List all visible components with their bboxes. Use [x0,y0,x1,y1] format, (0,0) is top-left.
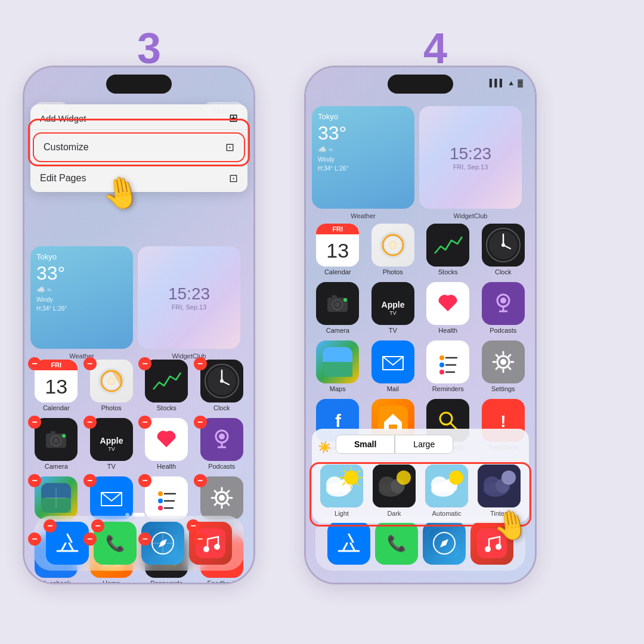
size-small-btn[interactable]: Small [336,435,395,454]
svg-point-111 [449,470,463,485]
app-calendar-4[interactable]: FRI 13 Calendar [312,224,364,275]
podcasts-label-4: Podcasts [490,327,516,334]
dock-appstore-4[interactable] [327,522,370,565]
app-stocks-4[interactable]: Stocks [422,224,474,275]
widget-option-light[interactable]: Light [320,465,363,517]
svg-point-28 [158,491,163,496]
app-health-4[interactable]: Health [422,282,474,334]
remove-dot[interactable]: − [83,416,97,429]
widget-thumb-auto [425,465,468,507]
svg-point-65 [335,302,340,308]
app-podcasts-4[interactable]: Podcasts [478,282,530,334]
svg-point-83 [439,370,444,374]
widgetclub-label-4: WidgetClub [419,212,522,219]
hand-cursor-4: 🤚 [491,506,532,545]
maps-label-4: Maps [330,385,346,392]
svg-point-1 [107,376,116,386]
svg-rect-12 [51,431,55,434]
battery-icon: ▓ [518,79,523,87]
remove-dot[interactable]: − [83,357,97,370]
app-settings-4[interactable]: Settings [478,340,530,392]
remove-dot[interactable]: − [138,416,151,429]
health-label-3: Health [157,463,176,470]
app-tv-4[interactable]: AppleTV TV [367,282,419,334]
remove-dot[interactable]: − [83,474,97,487]
svg-point-11 [53,438,59,444]
dock-phone-4[interactable]: 📞 [375,522,418,565]
widget-thumb-light [320,465,363,507]
home-label-3: Home [103,580,120,584]
remove-dot[interactable]: − [28,474,41,487]
app-maps-4[interactable]: Maps [312,340,364,392]
weather-label-4: Weather [312,212,414,219]
sun-icon: ☀️ [318,441,331,454]
iridescent-time-4: 15:23 [450,144,491,163]
dock-phone-3[interactable]: − 📞 [94,522,137,565]
svg-text:!: ! [500,412,506,431]
hand-cursor-3: 🤚 [99,172,144,214]
svg-point-30 [158,506,163,510]
app-health-3[interactable]: − Health [141,418,193,470]
widget-light-label: Light [335,510,349,517]
app-photos-4[interactable]: Photos [367,224,419,275]
settings-label-4: Settings [491,385,515,392]
app-photos-3[interactable]: − Photos [86,360,138,411]
remove-dot[interactable]: − [187,519,200,532]
iridescent-date-3: FRI, Sep.13 [168,304,210,311]
calendar-label-4: Calendar [324,268,351,275]
app-calendar-3[interactable]: − FRI 13 Calendar [30,360,82,411]
remove-dot[interactable]: − [91,519,104,532]
app-podcasts-3[interactable]: − Podcasts [196,418,248,470]
dock-safari-4[interactable] [423,522,466,565]
clock-label-3: Clock [213,404,230,411]
svg-point-52 [203,546,209,552]
app-reminders-4[interactable]: Reminders [422,340,474,392]
remove-dot[interactable]: − [28,532,41,546]
widget-option-auto[interactable]: Automatic [425,465,468,517]
remove-dot[interactable]: − [138,474,151,487]
weather-label-3: Weather [30,352,133,360]
widget-thumb-tinted [478,465,521,507]
widget-option-dark[interactable]: Dark [373,465,416,517]
remove-dot[interactable]: − [44,519,57,532]
iridescent-widget-4: 15:23 FRI, Sep.13 [419,106,522,209]
svg-rect-78 [323,362,352,377]
remove-dot[interactable]: − [28,357,41,370]
app-mail-4[interactable]: Mail [367,340,419,392]
customize-menu-item[interactable]: Customize ⊡ [33,132,245,162]
weather-widget-4: Tokyo 33° ☁️ ≈ Windy H:34° L:26° [312,106,414,209]
app-stocks-3[interactable]: − Stocks [141,360,193,411]
remove-dot[interactable]: − [138,357,151,370]
customize-label: Customize [44,142,89,153]
tv-label-4: TV [389,327,397,334]
photos-label-3: Photos [101,404,122,411]
svg-point-60 [501,243,505,247]
app-camera-4[interactable]: Camera [312,282,364,334]
remove-dot[interactable]: − [83,532,97,546]
remove-dot[interactable]: − [194,357,207,370]
remove-dot[interactable]: − [138,532,151,546]
remove-dot[interactable]: − [194,474,207,487]
remove-dot[interactable]: − [28,416,41,429]
app-clock-3[interactable]: − Clock [196,360,248,411]
camera-label-3: Camera [45,463,68,470]
dynamic-island-4 [388,75,453,94]
widget-auto-label: Automatic [432,510,462,517]
svg-point-74 [500,298,506,304]
stocks-label-4: Stocks [438,268,458,275]
svg-text:TV: TV [108,446,115,452]
app-camera-3[interactable]: − Camera [30,418,82,470]
app-clock-4[interactable]: Clock [478,224,530,275]
remove-dot[interactable]: − [194,416,207,429]
svg-text:📞: 📞 [106,534,125,553]
cal-day-4: FRI [316,224,359,234]
size-large-btn[interactable]: Large [395,435,453,454]
size-toggle[interactable]: Small Large [336,435,453,454]
remove-dot[interactable]: − [194,532,207,546]
status-icons-4: ▌▌▌ ▲ ▓ [490,79,523,87]
svg-point-37 [219,495,225,501]
app-tv-3[interactable]: − AppleTV TV [86,418,138,470]
svg-point-29 [158,499,163,503]
svg-text:Apple: Apple [381,300,404,309]
dock-appstore-3[interactable]: − [46,522,89,565]
